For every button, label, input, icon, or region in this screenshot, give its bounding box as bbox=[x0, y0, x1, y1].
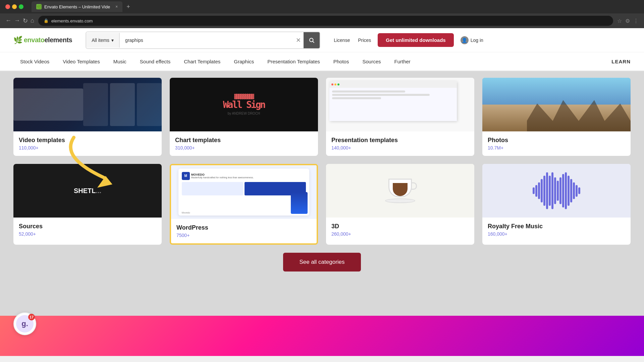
search-clear-button[interactable]: ✕ bbox=[293, 37, 304, 44]
category-count: 10.7M+ bbox=[488, 145, 625, 150]
category-info-video-templates: Video templates 110,000+ bbox=[13, 131, 162, 156]
forward-button[interactable]: → bbox=[14, 17, 20, 24]
category-card-chart-templates[interactable]: ▓▓▓▓▓▓▓▓▓ Wall Sign by ANDREW DROCH Char… bbox=[170, 78, 318, 156]
notification-badge[interactable]: g. 17 bbox=[13, 312, 36, 335]
see-all-categories-button[interactable]: See all categories bbox=[283, 253, 361, 272]
category-card-music[interactable]: Royalty Free Music 160,000+ bbox=[482, 164, 631, 245]
sidebar-item-sound-effects[interactable]: Sound effects bbox=[133, 52, 177, 71]
traffic-lights bbox=[5, 4, 23, 9]
category-count: 160,000+ bbox=[488, 231, 625, 237]
footer-gradient bbox=[0, 316, 644, 356]
sidebar-item-further[interactable]: Further bbox=[387, 52, 417, 71]
category-image-chart-templates: ▓▓▓▓▓▓▓▓▓ Wall Sign by ANDREW DROCH bbox=[170, 78, 318, 131]
main-content: Video templates 110,000+ ▓▓▓▓▓▓▓▓▓ Wall … bbox=[0, 71, 644, 316]
login-button[interactable]: 👤 Log in bbox=[461, 36, 483, 44]
category-count: 52,000+ bbox=[19, 231, 156, 237]
search-submit-button[interactable] bbox=[304, 32, 320, 48]
tab-title: Envato Elements – Unlimited Vide bbox=[44, 4, 110, 9]
back-button[interactable]: ← bbox=[5, 17, 11, 24]
category-title: Photos bbox=[488, 137, 625, 144]
category-image-music bbox=[482, 164, 631, 218]
browser-address-bar: ← → ↻ ⌂ 🔒 elements.envato.com ☆ ⚙ ⋮ bbox=[0, 13, 644, 28]
category-image-video-templates bbox=[13, 78, 162, 131]
category-title: Video templates bbox=[19, 137, 156, 144]
category-card-wordpress[interactable]: M MOVEDO Masterfully handcrafted for not… bbox=[170, 164, 318, 245]
sidebar-item-stock-videos[interactable]: Stock Videos bbox=[13, 52, 56, 71]
site-header: 🌿 envatoelements All items ▾ ✕ License P… bbox=[0, 28, 644, 52]
browser-chrome: 🌿 Envato Elements – Unlimited Vide × + bbox=[0, 0, 644, 13]
search-icon bbox=[309, 37, 315, 43]
notification-label: g. bbox=[21, 319, 28, 328]
category-info-chart-templates: Chart templates 310,000+ bbox=[170, 131, 318, 156]
svg-line-1 bbox=[313, 41, 314, 43]
address-bar[interactable]: 🔒 elements.envato.com bbox=[38, 16, 613, 26]
sidebar-item-video-templates[interactable]: Video Templates bbox=[56, 52, 106, 71]
sidebar-item-sources[interactable]: Sources bbox=[356, 52, 387, 71]
category-image-photos bbox=[482, 78, 631, 131]
sidebar-item-presentation-templates[interactable]: Presentation Templates bbox=[261, 52, 326, 71]
login-label: Log in bbox=[471, 38, 483, 43]
category-grid-row2: SHETL... Sources 52,000+ M MO bbox=[13, 164, 631, 245]
menu-icon[interactable]: ⋮ bbox=[633, 18, 639, 24]
category-title: Presentation templates bbox=[331, 137, 469, 144]
home-button[interactable]: ⌂ bbox=[31, 17, 34, 24]
category-image-sources: SHETL... bbox=[13, 164, 162, 218]
category-card-photos[interactable]: Photos 10.7M+ bbox=[482, 78, 631, 156]
search-filter-dropdown[interactable]: All items ▾ bbox=[86, 33, 120, 48]
logo-leaf-icon: 🌿 bbox=[13, 36, 22, 45]
chevron-down-icon: ▾ bbox=[111, 38, 114, 43]
category-count: 7500+ bbox=[176, 233, 311, 238]
wordpress-preview: M MOVEDO Masterfully handcrafted for not… bbox=[178, 169, 310, 216]
category-image-presentation-templates bbox=[326, 78, 474, 131]
category-info-wordpress: WordPress 7500+ bbox=[171, 219, 317, 243]
site-content: 🌿 envatoelements All items ▾ ✕ License P… bbox=[0, 28, 644, 356]
sidebar-item-graphics[interactable]: Graphics bbox=[227, 52, 261, 71]
category-info-photos: Photos 10.7M+ bbox=[482, 131, 631, 156]
address-text: elements.envato.com bbox=[51, 18, 93, 23]
browser-nav-buttons: ← → ↻ ⌂ bbox=[5, 17, 34, 24]
extensions-icon[interactable]: ⚙ bbox=[625, 18, 630, 24]
logo[interactable]: 🌿 envatoelements bbox=[13, 36, 72, 45]
category-count: 110,000+ bbox=[19, 145, 156, 150]
header-nav-prices[interactable]: Prices bbox=[358, 38, 371, 43]
bookmark-icon[interactable]: ☆ bbox=[617, 18, 622, 24]
sidebar-item-chart-templates[interactable]: Chart Templates bbox=[177, 52, 227, 71]
address-bar-actions: ☆ ⚙ ⋮ bbox=[617, 18, 639, 24]
header-nav: License Prices bbox=[334, 38, 371, 43]
minimize-button[interactable] bbox=[12, 4, 17, 9]
fullscreen-button[interactable] bbox=[19, 4, 23, 9]
user-avatar-icon: 👤 bbox=[461, 36, 469, 44]
sidebar-item-photos[interactable]: Photos bbox=[327, 52, 356, 71]
category-grid-row1: Video templates 110,000+ ▓▓▓▓▓▓▓▓▓ Wall … bbox=[13, 78, 631, 156]
notification-inner: g. 17 bbox=[16, 315, 34, 333]
category-title: WordPress bbox=[176, 224, 311, 231]
category-card-sources[interactable]: SHETL... Sources 52,000+ bbox=[13, 164, 162, 245]
category-title: Chart templates bbox=[175, 137, 313, 144]
tab-favicon: 🌿 bbox=[36, 4, 42, 9]
category-card-presentation-templates[interactable]: Presentation templates 140,000+ bbox=[326, 78, 474, 156]
category-image-wordpress: M MOVEDO Masterfully handcrafted for not… bbox=[171, 165, 317, 219]
see-all-container: See all categories bbox=[13, 253, 631, 272]
notification-count: 17 bbox=[28, 314, 35, 320]
browser-tab[interactable]: 🌿 Envato Elements – Unlimited Vide × bbox=[32, 1, 122, 12]
category-image-3d bbox=[326, 164, 474, 218]
get-unlimited-button[interactable]: Get unlimited downloads bbox=[378, 33, 453, 47]
close-button[interactable] bbox=[5, 4, 10, 9]
svg-point-0 bbox=[310, 38, 313, 42]
header-nav-license[interactable]: License bbox=[334, 38, 350, 43]
category-card-video-templates[interactable]: Video templates 110,000+ bbox=[13, 78, 162, 156]
search-input[interactable] bbox=[120, 33, 293, 48]
new-tab-button[interactable]: + bbox=[126, 3, 130, 10]
search-container: All items ▾ ✕ bbox=[86, 32, 320, 49]
coffee-cup-illustration bbox=[385, 179, 415, 203]
category-count: 260,000+ bbox=[331, 231, 469, 237]
category-card-3d[interactable]: 3D 260,000+ bbox=[326, 164, 474, 245]
waveform-illustration bbox=[533, 172, 580, 209]
category-title: Royalty Free Music bbox=[488, 223, 625, 230]
category-title: Sources bbox=[19, 223, 156, 230]
refresh-button[interactable]: ↻ bbox=[23, 17, 28, 24]
tab-close-icon[interactable]: × bbox=[115, 4, 118, 9]
sidebar-item-music[interactable]: Music bbox=[107, 52, 133, 71]
learn-nav-item[interactable]: LEARN bbox=[611, 59, 631, 64]
filter-label: All items bbox=[92, 38, 109, 43]
